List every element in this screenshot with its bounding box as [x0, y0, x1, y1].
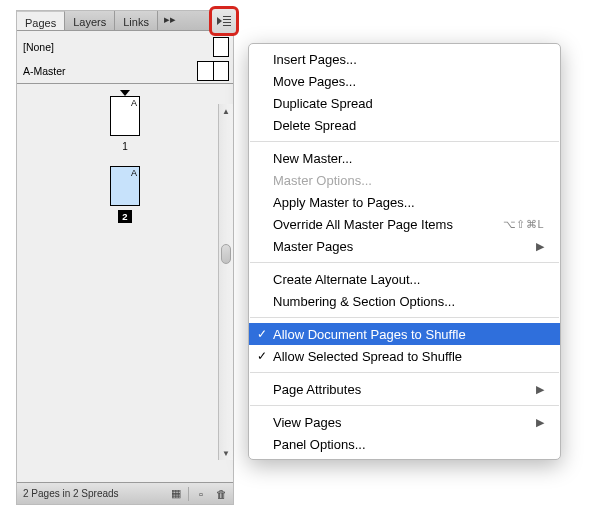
- page-thumb[interactable]: A: [110, 96, 140, 136]
- master-row[interactable]: A-Master: [23, 59, 229, 83]
- status-text: 2 Pages in 2 Spreads: [21, 488, 164, 499]
- pages-panel: Pages Layers Links ▸▸ [None] A-Master A: [16, 10, 234, 505]
- trash-icon[interactable]: 🗑: [213, 486, 229, 502]
- menu-item[interactable]: Duplicate Spread: [249, 92, 560, 114]
- menu-item[interactable]: ✓Allow Document Pages to Shuffle: [249, 323, 560, 345]
- submenu-arrow-icon: ▶: [536, 240, 544, 253]
- submenu-arrow-icon: ▶: [536, 416, 544, 429]
- master-label: A-Master: [23, 65, 66, 77]
- menu-item-label: Apply Master to Pages...: [273, 195, 544, 210]
- menu-item-label: Delete Spread: [273, 118, 544, 133]
- divider: [188, 487, 189, 501]
- menu-item-label: Page Attributes: [273, 382, 536, 397]
- menu-item-label: View Pages: [273, 415, 536, 430]
- menu-item-label: Numbering & Section Options...: [273, 294, 544, 309]
- menu-item-label: Move Pages...: [273, 74, 544, 89]
- menu-item[interactable]: Master Pages▶: [249, 235, 560, 257]
- menu-item-label: Allow Selected Spread to Shuffle: [273, 349, 544, 364]
- menu-item: Master Options...: [249, 169, 560, 191]
- checkmark-icon: ✓: [257, 349, 267, 363]
- page-block[interactable]: A 2: [110, 166, 140, 223]
- master-thumb-none: [213, 37, 229, 57]
- layout-grid-icon[interactable]: ▦: [168, 486, 184, 502]
- panel-flyout-menu: Insert Pages...Move Pages...Duplicate Sp…: [248, 43, 561, 460]
- tab-links[interactable]: Links: [115, 11, 158, 30]
- tab-layers[interactable]: Layers: [65, 11, 115, 30]
- page-master-letter: A: [131, 168, 137, 178]
- menu-item-label: Panel Options...: [273, 437, 544, 452]
- menu-item[interactable]: Create Alternate Layout...: [249, 268, 560, 290]
- menu-item[interactable]: Move Pages...: [249, 70, 560, 92]
- menu-separator: [250, 317, 559, 318]
- scroll-down-icon[interactable]: ▼: [219, 446, 233, 460]
- page-block[interactable]: A 1: [110, 96, 140, 152]
- menu-item[interactable]: Apply Master to Pages...: [249, 191, 560, 213]
- scroll-up-icon[interactable]: ▲: [219, 104, 233, 118]
- menu-item-label: Override All Master Page Items: [273, 217, 503, 232]
- page-number: 2: [118, 210, 131, 223]
- new-page-icon[interactable]: ▫: [193, 486, 209, 502]
- menu-item-label: Allow Document Pages to Shuffle: [273, 327, 544, 342]
- master-label: [None]: [23, 41, 54, 53]
- menu-item-label: Insert Pages...: [273, 52, 544, 67]
- menu-item-label: New Master...: [273, 151, 544, 166]
- menu-shortcut: ⌥⇧⌘L: [503, 218, 544, 231]
- masters-section: [None] A-Master: [17, 31, 233, 84]
- panel-flyout-button[interactable]: [209, 6, 239, 36]
- master-thumb-a-master: [197, 61, 229, 81]
- menu-item[interactable]: ✓Allow Selected Spread to Shuffle: [249, 345, 560, 367]
- menu-item[interactable]: Page Attributes▶: [249, 378, 560, 400]
- menu-item-label: Create Alternate Layout...: [273, 272, 544, 287]
- submenu-arrow-icon: ▶: [536, 383, 544, 396]
- page-master-letter: A: [131, 98, 137, 108]
- scrollbar[interactable]: ▲ ▼: [218, 104, 233, 460]
- menu-item[interactable]: Numbering & Section Options...: [249, 290, 560, 312]
- menu-item[interactable]: Override All Master Page Items⌥⇧⌘L: [249, 213, 560, 235]
- page-number: 1: [122, 141, 128, 152]
- tab-pages[interactable]: Pages: [17, 11, 65, 30]
- flyout-menu-icon: [217, 15, 231, 27]
- menu-item[interactable]: Insert Pages...: [249, 48, 560, 70]
- menu-separator: [250, 372, 559, 373]
- tabs-overflow-icon[interactable]: ▸▸: [158, 11, 182, 30]
- pages-area: A 1 A 2 ▲ ▼: [17, 84, 233, 482]
- master-row[interactable]: [None]: [23, 35, 229, 59]
- panel-statusbar: 2 Pages in 2 Spreads ▦ ▫ 🗑: [17, 482, 233, 504]
- menu-separator: [250, 405, 559, 406]
- scroll-thumb[interactable]: [221, 244, 231, 264]
- menu-item-label: Duplicate Spread: [273, 96, 544, 111]
- panel-tabbar: Pages Layers Links ▸▸: [17, 11, 233, 31]
- menu-item-label: Master Options...: [273, 173, 544, 188]
- page-thumb[interactable]: A: [110, 166, 140, 206]
- menu-item[interactable]: Panel Options...: [249, 433, 560, 455]
- menu-separator: [250, 262, 559, 263]
- menu-item[interactable]: View Pages▶: [249, 411, 560, 433]
- menu-separator: [250, 141, 559, 142]
- menu-item[interactable]: Delete Spread: [249, 114, 560, 136]
- menu-item[interactable]: New Master...: [249, 147, 560, 169]
- menu-item-label: Master Pages: [273, 239, 536, 254]
- checkmark-icon: ✓: [257, 327, 267, 341]
- section-marker-icon: [120, 90, 130, 96]
